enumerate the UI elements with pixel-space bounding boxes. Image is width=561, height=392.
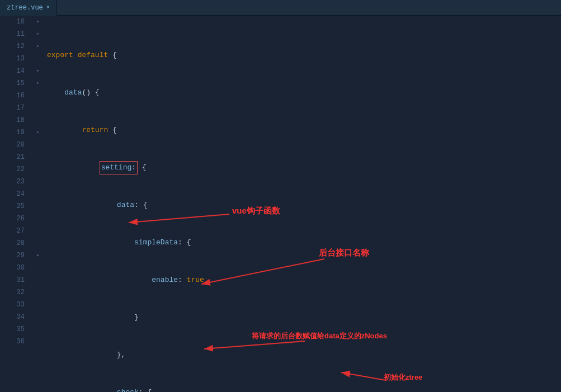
code-line-10: export default { — [43, 49, 561, 62]
fold-gutter: ▸ ▸ ▸ ▸ ▸ ▸ ▸ — [34, 16, 43, 392]
code-line-11: data() { — [43, 87, 561, 99]
tab-bar: ztree.vue × — [0, 0, 561, 16]
tab-close-button[interactable]: × — [46, 4, 50, 11]
code-content: export default { data() { return { setti… — [43, 16, 561, 392]
code-line-19: check: { — [43, 386, 561, 392]
code-line-14: data: { — [43, 199, 561, 211]
code-line-16: enable: true — [43, 274, 561, 286]
code-line-15: simpleData: { — [43, 237, 561, 249]
code-line-12: return { — [43, 124, 561, 136]
file-tab[interactable]: ztree.vue × — [0, 0, 57, 16]
code-line-13: setting: { — [43, 162, 561, 174]
line-numbers: 10 11 12 13 14 15 16 17 18 19 20 21 22 2… — [0, 16, 34, 392]
tab-filename: ztree.vue — [7, 4, 43, 12]
code-line-18: }, — [43, 349, 561, 361]
setting-highlight: setting: — [100, 161, 138, 174]
code-line-17: } — [43, 311, 561, 324]
code-editor: 10 11 12 13 14 15 16 17 18 19 20 21 22 2… — [0, 16, 561, 392]
